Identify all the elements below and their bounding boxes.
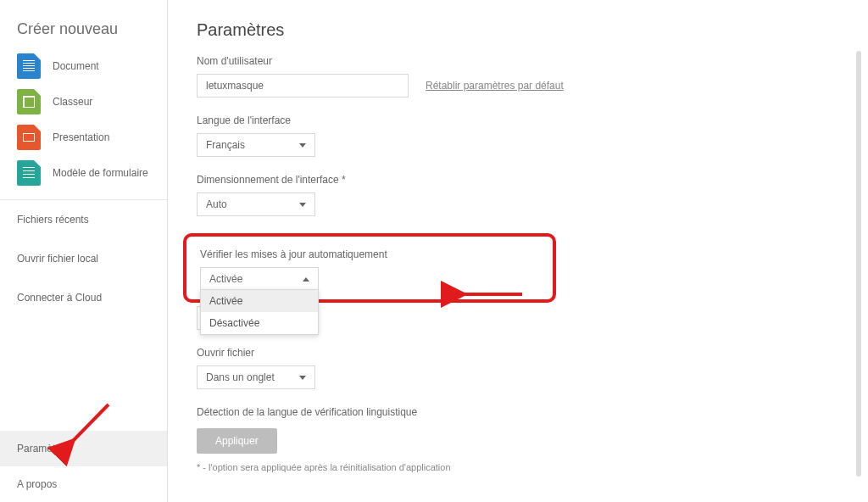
scrollbar[interactable] <box>856 51 861 477</box>
chevron-down-icon <box>299 376 306 380</box>
openfile-label: Ouvrir fichier <box>197 347 839 359</box>
sidebar-link-connect-cloud[interactable]: Connecter à Cloud <box>0 278 167 317</box>
updates-label: Vérifier les mises à jour automatiquemen… <box>200 248 542 260</box>
create-label: Classeur <box>53 96 92 108</box>
highlight-annotation: Vérifier les mises à jour automatiquemen… <box>183 233 556 303</box>
create-presentation[interactable]: Presentation <box>0 120 167 155</box>
language-select[interactable]: Français <box>197 133 315 157</box>
sidebar-item-about[interactable]: A propos <box>0 466 167 502</box>
chevron-down-icon <box>299 143 306 148</box>
sidebar-link-recent[interactable]: Fichiers récents <box>0 200 167 239</box>
reset-defaults-link[interactable]: Rétablir paramètres par défaut <box>426 80 564 92</box>
create-label: Presentation <box>53 131 109 143</box>
create-spreadsheet[interactable]: Classeur <box>0 84 167 120</box>
language-label: Langue de l'interface <box>197 114 839 126</box>
updates-select[interactable]: Activée Activée Désactivée <box>200 267 319 291</box>
form-icon <box>17 160 41 186</box>
openfile-value: Dans un onglet <box>206 371 275 383</box>
footnote: * - l'option sera appliquée après la réi… <box>197 462 839 472</box>
username-input[interactable] <box>197 74 409 98</box>
sidebar-title: Créer nouveau <box>0 0 167 48</box>
scaling-value: Auto <box>206 198 227 210</box>
language-value: Français <box>206 139 245 151</box>
sidebar-item-settings[interactable]: Paramètres <box>0 431 167 466</box>
openfile-select[interactable]: Dans un onglet <box>197 365 315 389</box>
username-label: Nom d'utilisateur <box>197 55 839 67</box>
sidebar-link-open-local[interactable]: Ouvrir fichier local <box>0 239 167 278</box>
chevron-up-icon <box>303 277 309 282</box>
scaling-select[interactable]: Auto <box>197 192 315 216</box>
main-content: Paramètres Nom d'utilisateur Rétablir pa… <box>168 0 868 502</box>
field-openfile: Ouvrir fichier Dans un onglet <box>197 347 839 389</box>
chevron-down-icon <box>299 203 306 207</box>
sidebar: Créer nouveau Document Classeur Presenta… <box>0 0 168 502</box>
dropdown-option-disabled[interactable]: Désactivée <box>201 312 318 334</box>
create-label: Document <box>53 60 99 72</box>
apply-button[interactable]: Appliquer <box>197 428 277 454</box>
dropdown-option-enabled[interactable]: Activée <box>201 290 318 312</box>
create-form[interactable]: Modèle de formulaire <box>0 155 167 191</box>
field-language: Langue de l'interface Français <box>197 114 839 157</box>
updates-dropdown: Activée Désactivée <box>200 289 319 335</box>
spellcheck-label: Détection de la langue de vérification l… <box>197 406 839 418</box>
presentation-icon <box>17 125 41 150</box>
spreadsheet-icon <box>17 89 41 114</box>
create-document[interactable]: Document <box>0 48 167 84</box>
field-username: Nom d'utilisateur Rétablir paramètres pa… <box>197 55 839 98</box>
create-label: Modèle de formulaire <box>53 167 148 179</box>
updates-value: Activée <box>209 273 242 285</box>
page-title: Paramètres <box>197 20 839 40</box>
sidebar-bottom: Paramètres A propos <box>0 431 167 502</box>
field-scaling: Dimensionnement de l'interface * Auto <box>197 174 839 216</box>
arrow-annotation-icon <box>456 286 515 304</box>
scaling-label: Dimensionnement de l'interface * <box>197 174 839 186</box>
document-icon <box>17 53 41 79</box>
